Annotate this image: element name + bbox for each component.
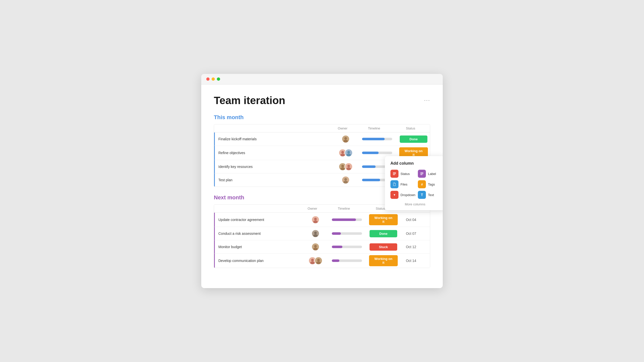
avatar-group	[342, 135, 350, 143]
traffic-light-minimize[interactable]	[212, 77, 215, 81]
add-col-item-tags[interactable]: # Tags	[418, 180, 440, 188]
table-row: Conduct a risk assessment	[214, 227, 430, 240]
timeline-bar	[332, 232, 362, 235]
more-columns-link[interactable]: More columns	[390, 202, 440, 206]
owner-cell	[334, 146, 357, 159]
avatar-group	[311, 243, 319, 251]
owner-cell	[304, 213, 327, 226]
svg-point-1	[343, 140, 348, 143]
add-col-label-files: Files	[400, 183, 407, 186]
svg-rect-27	[420, 174, 422, 175]
avatar	[311, 216, 319, 224]
tags-icon: #	[418, 180, 426, 188]
svg-rect-23	[393, 173, 396, 174]
status-badge: Working on it	[369, 214, 398, 225]
add-col-item-status[interactable]: Status	[390, 170, 415, 178]
timeline-bar	[332, 259, 362, 262]
add-col-item-text[interactable]: T Text	[418, 191, 440, 199]
svg-point-14	[314, 232, 317, 234]
timeline-fill	[362, 152, 379, 154]
svg-point-10	[344, 178, 347, 181]
svg-rect-26	[420, 173, 423, 174]
row-add-cell	[422, 217, 430, 222]
timeline-fill	[332, 232, 341, 235]
col-header-task-next	[217, 207, 301, 210]
timeline-cell	[327, 216, 367, 223]
browser-window: Team iteration ··· This month Owner Time…	[201, 74, 443, 288]
timeline-fill	[332, 218, 356, 221]
task-name: Identify key resources	[215, 162, 334, 171]
page-header: Team iteration ···	[214, 95, 430, 107]
timeline-fill	[332, 259, 339, 262]
add-col-label-dropdown: Dropdown	[400, 193, 415, 197]
col-header-task-this	[217, 126, 331, 130]
row-add-cell	[422, 244, 430, 249]
add-column-title: Add column	[390, 161, 440, 166]
owner-cell	[334, 132, 357, 146]
add-col-item-label[interactable]: Label	[418, 170, 440, 178]
avatar	[314, 257, 323, 265]
avatar	[345, 163, 353, 171]
label-icon	[418, 170, 426, 178]
col-header-status-this: Status	[394, 126, 427, 130]
add-column-panel: Add column Status Label	[385, 156, 443, 210]
owner-cell	[304, 227, 327, 240]
avatar-group	[339, 149, 353, 157]
svg-point-8	[347, 165, 350, 167]
svg-point-3	[340, 154, 345, 156]
status-badge: Done	[370, 230, 397, 237]
next-month-table: Owner Timeline Status Date + Update cont…	[214, 204, 430, 268]
add-col-label-label: Label	[428, 172, 436, 176]
timeline-cell	[327, 230, 367, 237]
status-cell: Stuck	[367, 242, 400, 252]
table-row: Finalize kickoff materials	[214, 132, 430, 146]
task-name: Test plan	[215, 175, 334, 185]
svg-rect-24	[393, 174, 395, 175]
col-header-owner-this: Owner	[331, 126, 354, 130]
svg-point-9	[346, 167, 351, 170]
browser-titlebar	[201, 74, 443, 84]
avatar	[342, 135, 350, 143]
add-col-label-tags: Tags	[428, 183, 435, 186]
timeline-fill	[362, 138, 385, 140]
svg-rect-25	[420, 172, 423, 173]
more-options-button[interactable]: ···	[424, 97, 430, 104]
svg-point-12	[314, 218, 317, 220]
status-badge: Working on it	[369, 255, 398, 266]
svg-point-18	[311, 259, 314, 261]
status-cell: Done	[367, 229, 400, 239]
this-month-table-header: Owner Timeline Status	[214, 124, 430, 132]
timeline-bar	[362, 152, 392, 154]
svg-rect-22	[393, 172, 396, 173]
svg-point-2	[341, 151, 344, 154]
svg-point-11	[343, 181, 348, 184]
add-column-grid: Status Label Files	[390, 170, 440, 199]
timeline-bar	[332, 218, 362, 221]
status-icon	[390, 170, 398, 178]
avatar-group	[311, 230, 319, 238]
task-name: Refine objectives	[215, 148, 334, 157]
timeline-cell	[327, 257, 367, 264]
this-month-title: This month	[214, 114, 430, 121]
files-icon	[390, 180, 398, 188]
date-cell: Oct 12	[400, 242, 422, 251]
page-title: Team iteration	[214, 95, 285, 107]
traffic-light-maximize[interactable]	[217, 77, 220, 81]
add-col-label-text: Text	[428, 193, 434, 197]
add-col-item-files[interactable]: Files	[390, 180, 415, 188]
owner-cell	[304, 254, 327, 267]
row-add-cell	[422, 231, 430, 236]
task-name: Finalize kickoff materials	[215, 134, 334, 144]
status-cell: Working on it	[367, 254, 400, 268]
table-row: Monitor budget Stuc	[214, 240, 430, 254]
date-cell: Oct 14	[400, 256, 422, 265]
task-name: Develop communication plan	[215, 256, 304, 265]
timeline-bar	[362, 138, 392, 140]
add-col-item-dropdown[interactable]: ▼ Dropdown	[390, 191, 415, 199]
svg-point-7	[340, 167, 345, 170]
traffic-light-close[interactable]	[206, 77, 210, 81]
date-cell: Oct 07	[400, 229, 422, 238]
timeline-fill	[332, 246, 342, 248]
status-badge: Done	[400, 135, 427, 143]
status-cell: Done	[397, 134, 430, 144]
